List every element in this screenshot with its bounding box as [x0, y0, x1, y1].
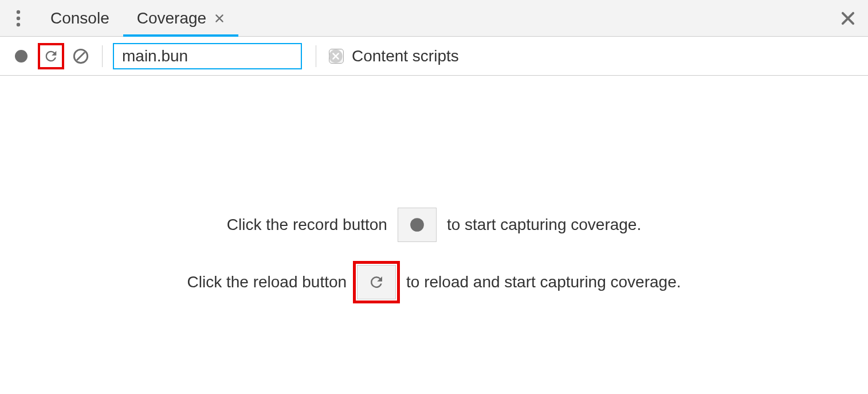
kebab-icon: [16, 10, 21, 27]
tab-label: Coverage: [137, 9, 206, 28]
clear-coverage-button[interactable]: [70, 45, 92, 67]
svg-line-5: [77, 52, 85, 60]
clear-filter-button[interactable]: [328, 49, 343, 64]
close-drawer-button[interactable]: [840, 11, 855, 26]
reload-icon: [368, 274, 385, 291]
hint-text: Click the record button: [227, 216, 387, 234]
tab-label: Console: [50, 9, 109, 28]
svg-point-0: [17, 10, 20, 13]
record-icon: [14, 49, 29, 64]
record-button[interactable]: [10, 45, 32, 67]
checkbox-label: Content scripts: [352, 47, 459, 65]
tab-console[interactable]: Console: [37, 0, 123, 36]
hint-text: Click the reload button: [187, 273, 347, 291]
toolbar-divider: [102, 45, 103, 67]
url-filter-input[interactable]: [121, 46, 328, 66]
close-icon: [214, 13, 225, 24]
tab-coverage[interactable]: Coverage: [123, 0, 238, 36]
inline-reload-button[interactable]: [357, 265, 396, 299]
clear-icon: [73, 48, 89, 64]
content-scripts-toggle[interactable]: Content scripts: [329, 47, 459, 65]
record-hint-row: Click the record button to start capturi…: [227, 208, 641, 242]
coverage-empty-state: Click the record button to start capturi…: [0, 76, 868, 299]
more-tabs-button[interactable]: [0, 0, 37, 36]
svg-point-2: [17, 22, 20, 26]
hint-text: to reload and start capturing coverage.: [406, 273, 681, 291]
close-icon: [840, 11, 855, 26]
record-icon: [409, 217, 425, 233]
url-filter-field[interactable]: [113, 43, 302, 69]
reload-button[interactable]: [38, 43, 64, 69]
svg-point-3: [15, 50, 28, 63]
hint-text: to start capturing coverage.: [447, 216, 641, 234]
svg-point-1: [17, 16, 20, 19]
clear-input-icon: [328, 49, 343, 64]
close-tab-button[interactable]: [214, 13, 225, 24]
coverage-toolbar: Content scripts: [0, 37, 868, 76]
reload-hint-row: Click the reload button to reload and st…: [187, 265, 681, 299]
reload-icon: [43, 48, 59, 64]
drawer-tab-bar: Console Coverage: [0, 0, 868, 37]
inline-record-button[interactable]: [398, 208, 437, 242]
svg-point-7: [410, 218, 424, 232]
